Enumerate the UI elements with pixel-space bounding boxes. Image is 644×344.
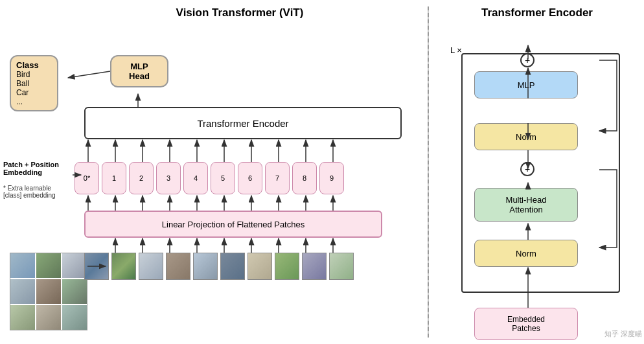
transformer-encoder-box: Transformer Encoder	[84, 107, 402, 139]
grid-patch-4	[36, 279, 61, 304]
right-title: Transformer Encoder	[439, 6, 636, 19]
grid-patch-7	[36, 305, 61, 330]
token-8: 8	[292, 162, 317, 194]
grid-patch-5	[62, 279, 87, 304]
watermark: 知乎 深度瞄	[604, 329, 642, 339]
linear-proj-label: Linear Projection of Flattened Patches	[162, 220, 305, 229]
grid-patch-1	[36, 253, 61, 278]
patch-6	[247, 253, 272, 280]
token-6: 6	[238, 162, 262, 194]
plus-circle-mid: +	[520, 162, 535, 176]
lx-label: L ×	[450, 45, 462, 55]
extra-label: * Extra learnable[class] embedding	[3, 185, 75, 199]
patch-9	[329, 253, 354, 280]
patch-3	[166, 253, 190, 280]
main-container: Vision Transformer (ViT) Class Bird Ball…	[0, 0, 644, 344]
r-norm1-label: Norm	[516, 132, 536, 142]
svg-line-2	[68, 71, 110, 78]
r-mlp-block: MLP	[474, 71, 578, 98]
token-2: 2	[129, 162, 154, 194]
left-title: Vision Transformer (ViT)	[58, 6, 421, 19]
class-bird: Bird	[16, 70, 52, 79]
grid-patch-3	[10, 279, 35, 304]
grid-patch-6	[10, 305, 35, 330]
token-9: 9	[319, 162, 344, 194]
token-7: 7	[265, 162, 290, 194]
r-norm2-block: Norm	[474, 240, 578, 267]
patch-1	[111, 253, 136, 280]
mlp-head-label: MLPHead	[129, 62, 150, 81]
class-car: Car	[16, 88, 52, 97]
class-box: Class Bird Ball Car ...	[10, 55, 58, 111]
class-title: Class	[16, 60, 52, 70]
patch-5	[220, 253, 245, 280]
r-embedded-label: EmbeddedPatches	[507, 315, 545, 333]
embed-label: Patch + PositionEmbedding	[3, 161, 68, 176]
token-0: 0*	[75, 162, 99, 194]
linear-proj-box: Linear Projection of Flattened Patches	[84, 211, 382, 238]
plus-circle-top: +	[520, 53, 535, 67]
tokens-row: 0* 1 2 3 4 5 6 7 8 9	[75, 162, 344, 194]
token-4: 4	[183, 162, 208, 194]
grid-patch-8	[62, 305, 87, 330]
right-diagram: L × MLP Norm Multi-HeadAttention Norm Em…	[439, 26, 636, 343]
r-mha-block: Multi-HeadAttention	[474, 188, 578, 222]
r-embedded-block: EmbeddedPatches	[474, 308, 578, 340]
image-grid	[10, 253, 87, 330]
r-norm1-block: Norm	[474, 123, 578, 150]
patch-7	[275, 253, 299, 280]
patches-row	[84, 253, 354, 280]
r-mha-label: Multi-HeadAttention	[506, 195, 547, 214]
patch-0	[84, 253, 109, 280]
r-mlp-label: MLP	[518, 80, 535, 90]
patch-8	[302, 253, 327, 280]
class-ball: Ball	[16, 79, 52, 88]
token-5: 5	[211, 162, 235, 194]
embed-label-text: Patch + PositionEmbedding	[3, 161, 59, 176]
class-etc: ...	[16, 97, 52, 106]
mlp-head-box: MLPHead	[110, 55, 168, 87]
patch-2	[139, 253, 163, 280]
token-1: 1	[102, 162, 126, 194]
r-norm2-label: Norm	[516, 249, 536, 258]
left-panel: Vision Transformer (ViT) Class Bird Ball…	[0, 0, 428, 344]
patch-4	[193, 253, 218, 280]
grid-patch-0	[10, 253, 35, 278]
right-panel: Transformer Encoder L × MLP Norm Multi-H…	[429, 0, 644, 344]
token-3: 3	[156, 162, 181, 194]
transformer-encoder-label: Transformer Encoder	[197, 118, 288, 129]
grid-patch-2	[62, 253, 87, 278]
